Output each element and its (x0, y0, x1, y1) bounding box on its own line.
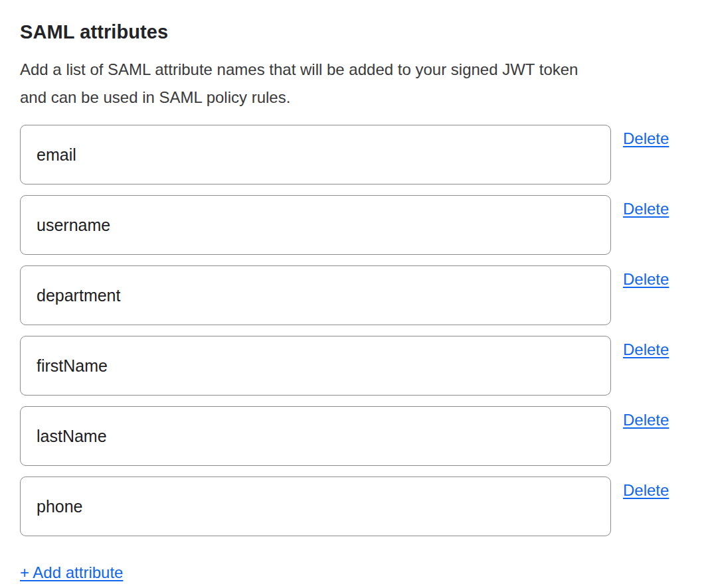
attribute-name-input[interactable] (20, 195, 611, 255)
attribute-name-input[interactable] (20, 125, 611, 184)
attribute-name-input[interactable] (20, 406, 611, 466)
attribute-row: Delete (20, 477, 688, 536)
delete-attribute-link[interactable]: Delete (623, 410, 669, 430)
attribute-row: Delete (20, 336, 688, 396)
delete-attribute-link[interactable]: Delete (623, 199, 669, 219)
attribute-name-input[interactable] (20, 336, 611, 396)
delete-attribute-link[interactable]: Delete (623, 340, 669, 360)
delete-attribute-link[interactable]: Delete (623, 269, 669, 289)
section-description: Add a list of SAML attribute names that … (20, 56, 688, 111)
attribute-row: Delete (20, 406, 688, 466)
page-title: SAML attributes (20, 20, 688, 44)
attribute-name-input[interactable] (20, 477, 611, 536)
add-attribute-link[interactable]: + Add attribute (20, 563, 123, 583)
attribute-row: Delete (20, 195, 688, 255)
attribute-list: Delete Delete Delete Delete Delete Delet… (20, 125, 688, 536)
attribute-row: Delete (20, 125, 688, 184)
saml-attributes-section: SAML attributes Add a list of SAML attri… (0, 0, 708, 588)
attribute-row: Delete (20, 265, 688, 325)
delete-attribute-link[interactable]: Delete (623, 129, 669, 149)
attribute-name-input[interactable] (20, 265, 611, 325)
delete-attribute-link[interactable]: Delete (623, 480, 669, 500)
section-description-line2: and can be used in SAML policy rules. (20, 88, 290, 106)
section-description-line1: Add a list of SAML attribute names that … (20, 60, 578, 78)
